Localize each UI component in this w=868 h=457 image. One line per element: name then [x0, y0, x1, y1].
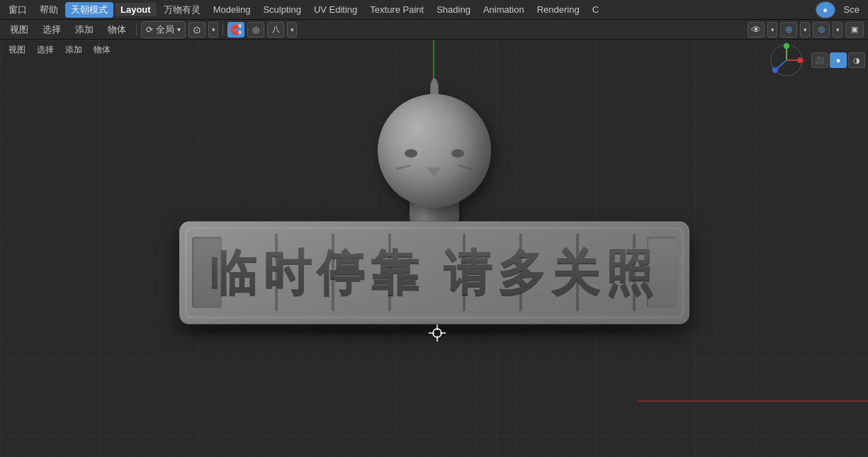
menu-wanwu[interactable]: 万物有灵 [158, 2, 206, 18]
vp-view-menu[interactable]: 视图 [4, 43, 30, 57]
toolbar-object[interactable]: 物体 [102, 22, 132, 38]
gizmos-chevron-btn[interactable]: ▾ [833, 22, 842, 38]
bird-eye-left [405, 149, 417, 157]
bird-beak [427, 167, 441, 177]
menu-animation[interactable]: Animation [478, 3, 530, 16]
user-icon: ● [823, 6, 828, 14]
pivot-icon: ⊙ [193, 24, 201, 35]
menu-help[interactable]: 帮助 [34, 2, 64, 18]
toolbar-view[interactable]: 视图 [4, 22, 34, 38]
cheek-mark-left [395, 164, 410, 170]
eye-icon: 👁 [751, 24, 761, 35]
menu-modeling[interactable]: Modeling [208, 3, 257, 16]
user-icon-btn[interactable]: ● [816, 1, 835, 18]
proportional-btn[interactable]: ◎ [247, 22, 264, 38]
cheek-mark-right [457, 164, 473, 170]
menu-sculpting[interactable]: Sculpting [257, 3, 306, 16]
overlays-chevron-icon: ▾ [804, 26, 807, 33]
toolbar-select[interactable]: 选择 [37, 22, 67, 38]
gizmos-chevron-icon: ▾ [836, 26, 840, 33]
transform-orientation-dropdown[interactable]: ⟳ 全局 ▾ [141, 21, 186, 38]
toolbar-add[interactable]: 添加 [69, 22, 99, 38]
orientation-chevron: ▾ [177, 26, 181, 33]
separator-1 [136, 23, 137, 36]
toolbar: 视图 选择 添加 物体 ⟳ 全局 ▾ ⊙ ▾ 🧲 ◎ 八 ▾ 👁 ▾ [0, 20, 868, 40]
proportional-chevron-btn[interactable]: ▾ [287, 22, 297, 38]
menu-mode[interactable]: 天朝模式 [65, 2, 113, 18]
menu-rendering[interactable]: Rendering [531, 3, 585, 16]
bird-eye-right [451, 149, 464, 157]
proportional-chevron-icon: ▾ [291, 26, 294, 33]
viewport-eye-chevron-btn[interactable]: ▾ [767, 22, 777, 38]
proportional-type-icon: 八 [272, 24, 280, 35]
pivot-btn[interactable]: ⊙ [188, 22, 205, 38]
pivot-chevron-btn[interactable]: ▾ [208, 22, 218, 38]
vp-add-menu[interactable]: 添加 [61, 43, 86, 57]
viewport-header: 视图 选择 添加 物体 [0, 40, 868, 60]
sign-container: 临时停靠 请多关照 [179, 221, 689, 334]
top-menubar: 窗口 帮助 天朝模式 Layout 万物有灵 Modeling Sculptin… [0, 0, 868, 20]
proportional-type-btn[interactable]: 八 [267, 22, 284, 38]
viewport-eye-btn[interactable]: 👁 [748, 22, 765, 38]
menu-layout[interactable]: Layout [115, 3, 157, 16]
sign-board: 临时停靠 请多关照 [179, 221, 689, 324]
editor-type-btn[interactable]: ▣ [845, 22, 864, 38]
menu-shading[interactable]: Shading [431, 3, 476, 16]
bird-sphere [378, 94, 491, 207]
menu-scene[interactable]: Sce [838, 3, 865, 16]
sign-shadow [179, 325, 661, 334]
toolbar-right: 👁 ▾ ⊕ ▾ ⊛ ▾ ▣ [748, 22, 864, 38]
editor-type-icon: ▣ [851, 25, 858, 34]
svg-text:Z: Z [772, 65, 775, 70]
menu-uv[interactable]: UV Editing [308, 3, 363, 16]
vp-select-menu[interactable]: 选择 [33, 43, 58, 57]
gizmos-icon: ⊛ [818, 24, 825, 35]
eye-chevron-icon: ▾ [771, 26, 774, 33]
menu-window[interactable]: 窗口 [3, 2, 33, 18]
menu-texture[interactable]: Texture Paint [364, 3, 429, 16]
orientation-icon: ⟳ [146, 25, 153, 35]
proportional-icon: ◎ [252, 25, 259, 35]
overlays-icon: ⊕ [785, 24, 793, 35]
3d-model: 临时停靠 请多关照 [151, 94, 718, 391]
orientation-label: 全局 [156, 23, 174, 36]
crosshair-cursor [429, 325, 446, 344]
gizmos-btn[interactable]: ⊛ [813, 22, 830, 38]
sign-chinese-text: 临时停靠 请多关照 [209, 240, 659, 305]
snap-btn[interactable]: 🧲 [227, 22, 244, 38]
overlays-chevron-btn[interactable]: ▾ [800, 22, 810, 38]
vp-object-menu[interactable]: 物体 [89, 43, 115, 57]
viewport: 临时停靠 请多关照 视图 选择 添加 物体 [0, 40, 868, 457]
separator-2 [222, 23, 223, 36]
snap-icon: 🧲 [230, 24, 242, 35]
overlays-btn[interactable]: ⊕ [780, 22, 797, 38]
menu-c[interactable]: C [587, 3, 604, 16]
bird-head [378, 94, 491, 207]
pivot-chevron-icon: ▾ [212, 26, 215, 33]
